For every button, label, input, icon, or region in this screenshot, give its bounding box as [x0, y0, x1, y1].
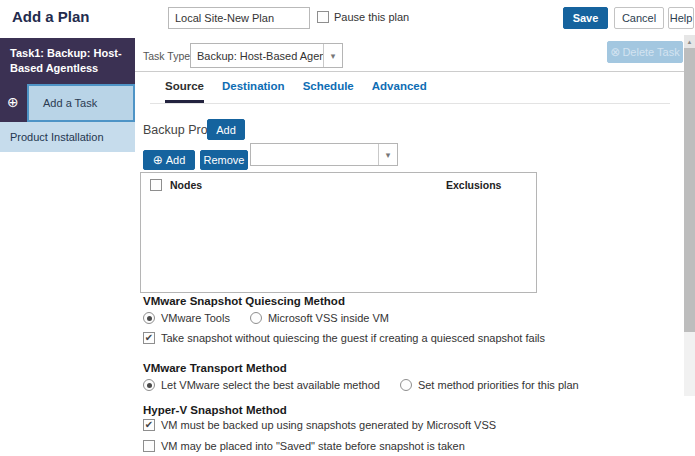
task-type-select[interactable]: Backup: Host-Based Agentless ▾ [190, 43, 343, 68]
chevron-down-icon[interactable]: ▾ [323, 44, 342, 67]
nodes-column-header: Nodes [170, 179, 202, 191]
take-snapshot-without-quiescing-option: Take snapshot without quiescing the gues… [143, 332, 545, 344]
sidebar-item-task1[interactable]: Task1: Backup: Host-Based Agentless [0, 38, 135, 84]
task-tabs: Source Destination Schedule Advanced [165, 80, 427, 103]
hyperv-vss-option: VM must be backed up using snapshots gen… [143, 419, 496, 431]
radio-set-method-priorities[interactable] [400, 379, 412, 391]
tab-schedule[interactable]: Schedule [303, 80, 354, 103]
nodes-remove-button[interactable]: Remove [200, 150, 248, 170]
backup-proxy-add-button[interactable]: Add [207, 119, 245, 140]
save-button[interactable]: Save [563, 7, 608, 29]
tab-source[interactable]: Source [165, 80, 204, 103]
vmware-transport-heading: VMware Transport Method [143, 362, 287, 374]
task-sidebar: Task1: Backup: Host-Based Agentless ⊕ Ad… [0, 38, 135, 152]
sidebar-item-product-installation[interactable]: Product Installation [0, 122, 135, 152]
hyperv-snapshot-heading: Hyper-V Snapshot Method [143, 404, 287, 416]
radio-microsoft-vss-inside-vm[interactable] [250, 312, 262, 324]
task-type-value: Backup: Host-Based Agentless [191, 50, 323, 62]
chevron-down-icon[interactable]: ▾ [378, 144, 397, 165]
plan-name-input[interactable] [168, 7, 310, 29]
delete-task-label: Delete Task [622, 46, 679, 58]
radio-let-vmware-select-label: Let VMware select the best available met… [161, 379, 380, 391]
tab-destination[interactable]: Destination [222, 80, 285, 103]
add-circle-icon: ⊕ [153, 154, 163, 166]
vmware-transport-radios: Let VMware select the best available met… [143, 379, 579, 391]
tab-advanced[interactable]: Advanced [372, 80, 427, 103]
sidebar-add-task-row: ⊕ Add a Task [0, 84, 135, 122]
vertical-scrollbar[interactable]: ▲ [684, 35, 695, 396]
select-all-checkbox[interactable] [150, 179, 162, 191]
exclusions-column-header: Exclusions [446, 179, 501, 191]
radio-set-method-priorities-label: Set method priorities for this plan [418, 379, 579, 391]
take-snapshot-without-quiescing-label: Take snapshot without quiescing the gues… [161, 332, 545, 344]
nodes-add-label: Add [166, 154, 186, 166]
nodes-table: Nodes Exclusions [140, 172, 537, 293]
pause-plan-checkbox[interactable] [317, 11, 329, 23]
backup-proxy-select[interactable]: ▾ [250, 143, 398, 166]
pause-plan-label: Pause this plan [334, 11, 409, 23]
hyperv-saved-state-label: VM may be placed into "Saved" state befo… [161, 440, 465, 452]
page-title: Add a Plan [12, 8, 90, 25]
nodes-add-button[interactable]: ⊕ Add [143, 150, 195, 170]
radio-let-vmware-select[interactable] [143, 379, 155, 391]
hyperv-vss-label: VM must be backed up using snapshots gen… [161, 419, 496, 431]
radio-vmware-tools-label: VMware Tools [161, 312, 230, 324]
nodes-table-header: Nodes Exclusions [141, 173, 536, 197]
hyperv-vss-checkbox[interactable] [143, 419, 155, 431]
delete-task-button[interactable]: ⊗ Delete Task [607, 41, 683, 63]
delete-circle-icon: ⊗ [610, 46, 620, 58]
task-bar-divider [135, 71, 684, 72]
take-snapshot-without-quiescing-checkbox[interactable] [143, 332, 155, 344]
tabs-underline [150, 103, 670, 104]
scroll-up-icon[interactable]: ▲ [684, 35, 695, 48]
help-button[interactable]: Help [668, 7, 694, 29]
hyperv-saved-state-option: VM may be placed into "Saved" state befo… [143, 440, 465, 452]
sidebar-item-add-a-task[interactable]: Add a Task [27, 84, 135, 122]
radio-vmware-tools[interactable] [143, 312, 155, 324]
scrollbar-thumb[interactable] [684, 48, 695, 332]
radio-microsoft-vss-inside-vm-label: Microsoft VSS inside VM [268, 312, 389, 324]
task-type-label: Task Type [143, 50, 190, 62]
vmware-quiescing-heading: VMware Snapshot Quiescing Method [143, 295, 345, 307]
hyperv-saved-state-checkbox[interactable] [143, 440, 155, 452]
add-circle-icon: ⊕ [7, 95, 19, 109]
pause-plan-option[interactable]: Pause this plan [317, 11, 409, 23]
cancel-button[interactable]: Cancel [614, 7, 664, 29]
vmware-quiescing-radios: VMware Tools Microsoft VSS inside VM [143, 312, 389, 324]
